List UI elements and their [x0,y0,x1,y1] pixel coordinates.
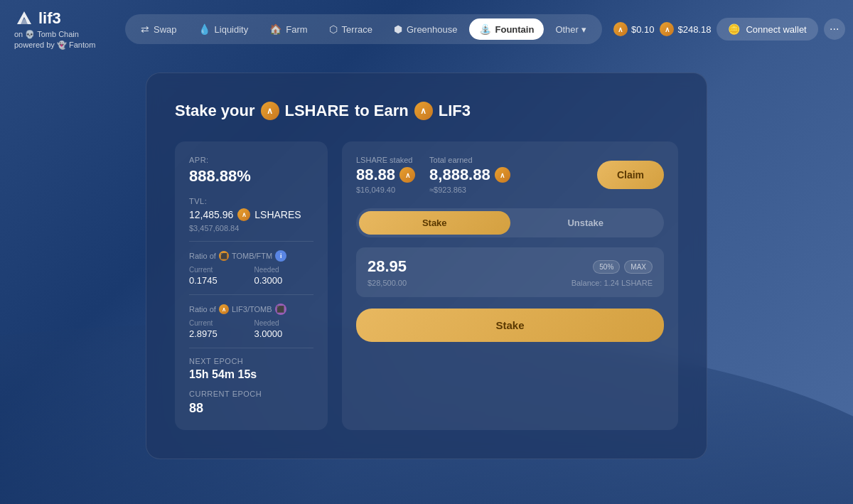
farm-icon: 🏠 [269,23,281,35]
ratio1-grid: Current Needed 0.1745 0.3000 [189,266,313,286]
logo-icon [14,9,34,28]
stake-action-button[interactable]: Stake [356,309,664,342]
50pct-button[interactable]: 50% [593,260,620,274]
nav-item-farm[interactable]: 🏠 Farm [259,18,317,40]
stake-card: LSHARE staked 88.88 ∧ $16,049.40 Total e… [342,141,678,430]
ratio2-current-value: 2.8975 [189,328,249,339]
nav-item-other[interactable]: Other ▾ [545,19,596,40]
terrace-icon: ⬡ [329,23,338,35]
price-area: ∧ $0.10 ∧ $248.18 🪙 Connect wallet ··· [613,18,845,41]
lif3-price-badge: ∧ $248.18 [660,22,711,36]
ratio2-needed-value: 3.0000 [254,328,314,339]
header: lif3 on 💀 Tomb Chain powered by 👻 Fantom… [0,0,853,58]
logo-powered: powered by 👻 Fantom [14,41,114,50]
ratio2-needed-label: Needed [254,319,314,327]
lshare-staked-usd: $16,049.40 [356,186,415,194]
ratio1-section: Ratio of ⬛ TOMB/FTM i Current Needed 0.1… [189,250,313,286]
next-epoch-label: Next Epoch [189,357,313,365]
main-content: Stake your ∧ LSHARE to Earn ∧ LIF3 APR: … [0,58,853,473]
fountain-icon: ⛲ [479,23,491,35]
lif3-ratio-icon: ∧ [219,304,229,314]
current-epoch-value: 88 [189,401,313,416]
divider-3 [189,348,313,348]
total-earned-label: Total earned [429,156,510,164]
lif3-title-icon: ∧ [414,102,433,120]
apr-label: APR: [189,156,313,164]
apr-value: 888.88% [189,167,313,186]
info-card: APR: 888.88% TVL: 12,485.96 ∧ LSHARES $3… [175,141,328,430]
current-epoch-label: Current Epoch [189,390,313,398]
tomb-ratio-icon: ⬛ [219,251,229,261]
chevron-down-icon: ▾ [581,24,586,35]
swap-icon: ⇄ [141,23,149,35]
logo-subtitle: on 💀 Tomb Chain [14,30,114,39]
tvl-label: TVL: [189,197,313,205]
ratio1-needed-label: Needed [254,266,314,274]
ratio2-section: Ratio of ∧ LIF3/TOMB ⬛ Current Needed 2.… [189,304,313,339]
ratio2-info-icon: ⬛ [275,304,286,315]
lshare-staked-stat: LSHARE staked 88.88 ∧ $16,049.40 [356,156,415,194]
more-menu-button[interactable]: ··· [824,18,845,40]
lshare-staked-value: 88.88 ∧ [356,166,415,184]
nav-item-greenhouse[interactable]: ⬢ Greenhouse [384,18,468,40]
max-button[interactable]: MAX [624,260,653,274]
page-title: Stake your ∧ LSHARE to Earn ∧ LIF3 [175,102,678,120]
ratio1-label: Ratio of ⬛ TOMB/FTM i [189,250,313,262]
tomb-price-icon: ∧ [613,22,628,36]
tvl-row: 12,485.96 ∧ LSHARES [189,208,313,221]
input-usd-value: $28,500.00 [368,279,407,287]
connect-wallet-button[interactable]: 🪙 Connect wallet [717,18,817,41]
ratio1-needed-value: 0.3000 [254,275,314,286]
greenhouse-icon: ⬢ [394,23,402,35]
ratio1-current-label: Current [189,266,249,274]
tvl-token: LSHARES [254,209,301,220]
wallet-icon: 🪙 [728,23,740,35]
ratio2-current-label: Current [189,319,249,327]
logo-area: lif3 on 💀 Tomb Chain powered by 👻 Fantom [14,9,114,50]
liquidity-icon: 💧 [198,23,210,35]
nav-container: ⇄ Swap 💧 Liquidity 🏠 Farm ⬡ Terrace ⬢ Gr… [125,14,602,44]
total-earned-stat: Total earned 8,888.88 ∧ ≈$923.863 [429,156,510,194]
stake-input-card: 50% MAX $28,500.00 Balance: 1.24 LSHARE [356,247,664,297]
claim-button[interactable]: Claim [597,161,664,189]
lshare-staked-label: LSHARE staked [356,156,415,164]
tomb-price-badge: ∧ $0.10 [613,22,655,36]
nav-item-swap[interactable]: ⇄ Swap [131,18,187,40]
ratio1-info-icon: i [275,250,286,262]
ratio2-grid: Current Needed 2.8975 3.0000 [189,319,313,339]
ratio1-current-value: 0.1745 [189,275,249,286]
nav-item-fountain[interactable]: ⛲ Fountain [469,18,544,40]
next-epoch-value: 15h 54m 15s [189,368,313,381]
ratio2-label: Ratio of ∧ LIF3/TOMB ⬛ [189,304,313,315]
logo-title: lif3 [14,9,114,28]
total-earned-value: 8,888.88 ∧ [429,166,510,184]
total-earned-usd: ≈$923.863 [429,186,510,194]
nav-item-liquidity[interactable]: 💧 Liquidity [188,18,259,40]
lshare-icon: ∧ [261,102,279,120]
nav-item-terrace[interactable]: ⬡ Terrace [319,18,382,40]
tvl-usd: $3,457,608.84 [189,224,313,232]
divider-1 [189,241,313,242]
lif3-price-icon: ∧ [660,22,674,36]
input-sub-row: $28,500.00 Balance: 1.24 LSHARE [368,279,653,287]
cards-row: APR: 888.88% TVL: 12,485.96 ∧ LSHARES $3… [175,141,678,430]
divider-2 [189,294,313,295]
stake-amount-input[interactable] [368,257,586,276]
lshares-icon: ∧ [237,208,250,221]
unstake-tab[interactable]: Unstake [510,211,662,235]
input-actions: 50% MAX [593,260,653,274]
main-card: Stake your ∧ LSHARE to Earn ∧ LIF3 APR: … [146,73,707,459]
input-row: 50% MAX [368,257,653,276]
stake-tab[interactable]: Stake [359,211,510,235]
stake-unstake-tabs: Stake Unstake [356,208,664,237]
lshare-stat-icon: ∧ [399,167,415,183]
balance-text: Balance: 1.24 LSHARE [572,279,653,287]
tvl-amount: 12,485.96 [189,209,233,220]
lif3-stat-icon: ∧ [495,167,510,183]
